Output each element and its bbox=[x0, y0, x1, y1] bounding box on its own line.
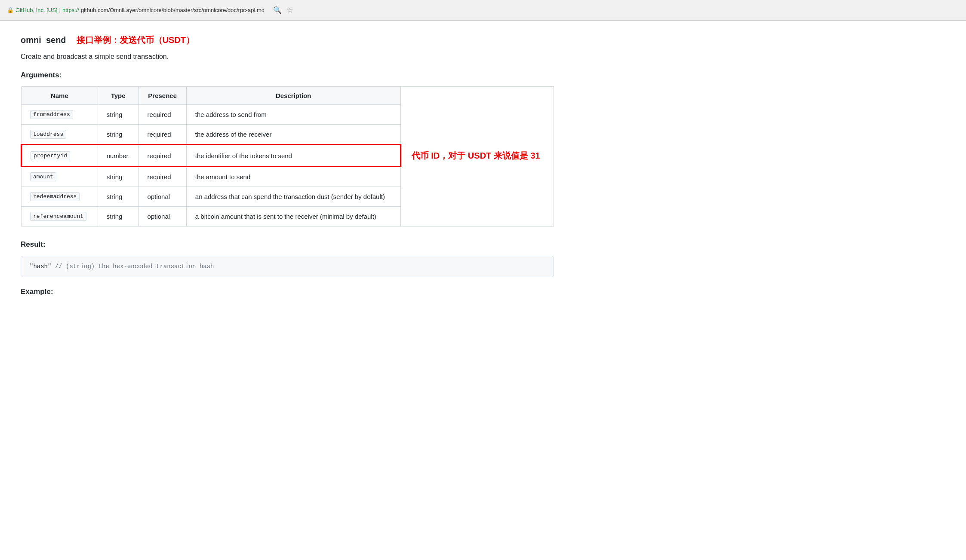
cell-type: string bbox=[98, 207, 138, 226]
cell-name: toaddress bbox=[22, 125, 98, 145]
browser-actions: 🔍 ☆ bbox=[273, 6, 293, 14]
result-code-string: "hash" bbox=[30, 263, 51, 270]
col-header-name: Name bbox=[22, 87, 98, 105]
cell-name: referenceamount bbox=[22, 207, 98, 226]
example-section: Example: bbox=[21, 288, 581, 296]
table-row-highlighted: propertyid number required the identifie… bbox=[22, 145, 554, 167]
search-icon[interactable]: 🔍 bbox=[273, 6, 282, 14]
code-name: fromaddress bbox=[30, 110, 73, 119]
code-name: toaddress bbox=[30, 130, 66, 139]
cell-name-highlighted: propertyid bbox=[22, 145, 98, 167]
table-header-row: Name Type Presence Description bbox=[22, 87, 554, 105]
url-domain: github.com bbox=[81, 7, 108, 13]
cell-description: the amount to send bbox=[186, 167, 400, 187]
cell-presence: required bbox=[138, 105, 186, 125]
table-row: amount string required the amount to sen… bbox=[22, 167, 554, 187]
cell-description-highlighted: the identifier of the tokens to send bbox=[186, 145, 400, 167]
lock-icon: 🔒 bbox=[7, 7, 14, 13]
cell-presence: required bbox=[138, 125, 186, 145]
annotation-cell: 代币 ID，对于 USDT 来说值是 31 bbox=[400, 145, 554, 167]
cell-description: the address to send from bbox=[186, 105, 400, 125]
description: Create and broadcast a simple send trans… bbox=[21, 53, 581, 61]
cell-presence: optional bbox=[138, 207, 186, 226]
url-path: /OmniLayer/omnicore/blob/master/src/omni… bbox=[108, 7, 265, 13]
arguments-label: Arguments: bbox=[21, 71, 581, 80]
cell-description: the address of the receiver bbox=[186, 125, 400, 145]
chinese-subtitle: 接口举例：发送代币（USDT） bbox=[77, 34, 194, 46]
cell-presence: optional bbox=[138, 187, 186, 207]
url-full: github.com/OmniLayer/omnicore/blob/maste… bbox=[81, 7, 265, 13]
cell-name: redeemaddress bbox=[22, 187, 98, 207]
code-name: redeemaddress bbox=[30, 192, 80, 201]
table-row: toaddress string required the address of… bbox=[22, 125, 554, 145]
cell-type: string bbox=[98, 105, 138, 125]
cell-type: string bbox=[98, 125, 138, 145]
result-label: Result: bbox=[21, 240, 581, 249]
cell-presence-highlighted: required bbox=[138, 145, 186, 167]
main-content: omni_send 接口举例：发送代币（USDT） Create and bro… bbox=[0, 21, 602, 317]
cell-name: fromaddress bbox=[22, 105, 98, 125]
col-header-presence: Presence bbox=[138, 87, 186, 105]
code-name: referenceamount bbox=[30, 212, 86, 221]
result-section: Result: "hash" // (string) the hex-encod… bbox=[21, 240, 581, 277]
col-header-description: Description bbox=[186, 87, 400, 105]
code-name: amount bbox=[30, 172, 56, 181]
result-code-comment: // (string) the hex-encoded transaction … bbox=[51, 263, 214, 270]
title-section: omni_send 接口举例：发送代币（USDT） bbox=[21, 34, 581, 46]
security-text: GitHub, Inc. [US] bbox=[15, 7, 58, 13]
browser-chrome: 🔒 GitHub, Inc. [US] | https://github.com… bbox=[0, 0, 966, 21]
cell-description: a bitcoin amount that is sent to the rec… bbox=[186, 207, 400, 226]
example-label: Example: bbox=[21, 288, 581, 296]
cell-name: amount bbox=[22, 167, 98, 187]
table-row: fromaddress string required the address … bbox=[22, 105, 554, 125]
table-row: referenceamount string optional a bitcoi… bbox=[22, 207, 554, 226]
url-separator: | bbox=[59, 7, 61, 13]
cell-presence: required bbox=[138, 167, 186, 187]
cell-description: an address that can spend the transactio… bbox=[186, 187, 400, 207]
security-badge: 🔒 GitHub, Inc. [US] | https://github.com… bbox=[7, 7, 265, 13]
page-title: omni_send bbox=[21, 35, 66, 45]
col-header-type: Type bbox=[98, 87, 138, 105]
cell-type: string bbox=[98, 167, 138, 187]
code-name: propertyid bbox=[31, 151, 70, 160]
url-protocol: https:// bbox=[62, 7, 79, 13]
annotation-text: 代币 ID，对于 USDT 来说值是 31 bbox=[412, 151, 540, 160]
result-code-block: "hash" // (string) the hex-encoded trans… bbox=[21, 256, 554, 277]
table-row: redeemaddress string optional an address… bbox=[22, 187, 554, 207]
arguments-table: Name Type Presence Description fromaddre… bbox=[21, 86, 554, 226]
cell-type-highlighted: number bbox=[98, 145, 138, 167]
bookmark-icon[interactable]: ☆ bbox=[287, 6, 293, 14]
cell-type: string bbox=[98, 187, 138, 207]
